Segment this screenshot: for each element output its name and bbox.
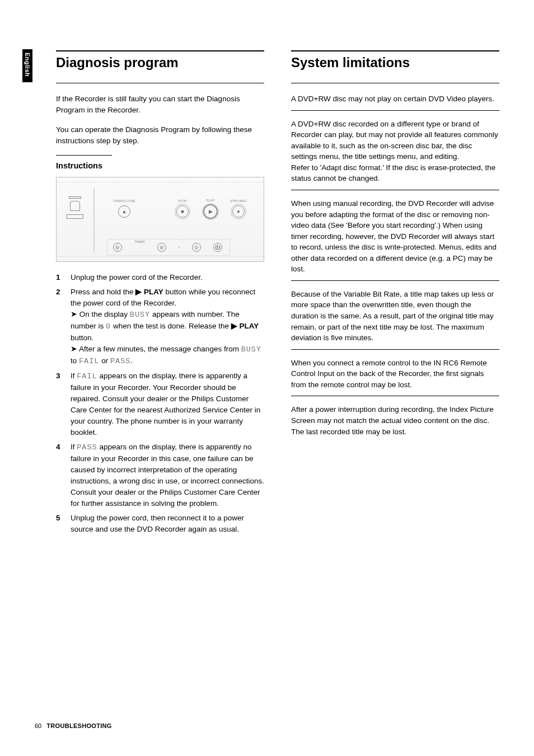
diag-intro-1: If the Recorder is still faulty you can … <box>56 93 264 115</box>
syslim-p4: Because of the Variable Bit Rate, a titl… <box>291 289 499 350</box>
heading-underline <box>56 83 264 83</box>
play-button-icon: PLAY▶ <box>203 204 218 219</box>
step-1: 1Unplug the power cord of the Recorder. <box>56 272 264 283</box>
instructions-subheading: Instructions <box>56 161 264 170</box>
syslim-p1: A DVD+RW disc may not play on certain DV… <box>291 93 499 111</box>
diagnosis-heading: Diagnosis program <box>56 50 264 71</box>
pass-display: PASS <box>110 357 130 365</box>
open-close-button-icon: OPEN/CLOSE▲ <box>118 205 130 218</box>
misc-label: • <box>179 246 180 249</box>
arrow-icon: ➤ On the display <box>71 310 130 318</box>
stbyrec-button-icon: STBY•REC● <box>232 205 245 218</box>
page-number: 60 <box>35 722 41 729</box>
disc-tray-icon <box>63 196 88 219</box>
step-3: 3If FAIL appears on the display, there i… <box>56 370 264 438</box>
zero-display: 0 <box>106 322 111 331</box>
sub-rule <box>56 155 112 156</box>
timer-label: TIMER <box>134 240 145 243</box>
arrow-icon: ➤ After a few minutes, the message chang… <box>71 345 241 353</box>
syslim-p2: A DVD+RW disc recorded on a different ty… <box>291 119 499 190</box>
footer-section: TROUBLESHOOTING <box>46 722 111 729</box>
busy-display: BUSY <box>130 311 150 319</box>
step-5: 5Unplug the power cord, then reconnect i… <box>56 513 264 535</box>
skip-prev-icon: ⊝ <box>113 243 122 252</box>
aux-button-icon: ⊙ <box>192 243 201 252</box>
syslim-p5: When you connect a remote control to the… <box>291 358 499 397</box>
syslim-p3: When using manual recording, the DVD Rec… <box>291 198 499 281</box>
play-label: ▶ PLAY <box>135 288 163 296</box>
language-tab: English <box>22 49 32 82</box>
power-button-icon: ⏻ <box>213 243 222 252</box>
heading-underline-right <box>291 83 499 83</box>
syslim-p6: After a power interruption during record… <box>291 404 499 437</box>
fail-display: FAIL <box>79 357 99 365</box>
stop-button-icon: STOP■ <box>176 205 189 218</box>
diag-intro-2: You can operate the Diagnosis Program by… <box>56 124 264 146</box>
skip-next-icon: ⊝ <box>157 243 166 252</box>
instructions-list: 1Unplug the power cord of the Recorder. … <box>56 272 264 534</box>
syslim-heading: System limitations <box>291 50 499 71</box>
step-4: 4If PASS appears on the display, there i… <box>56 442 264 509</box>
recorder-device-diagram: OPEN/CLOSE▲ STOP■ PLAY▶ STBY•REC● ⊝ TIME… <box>56 177 264 262</box>
page-footer: 60 TROUBLESHOOTING <box>35 722 112 729</box>
step-2: 2 Press and hold the ▶ PLAY button while… <box>56 287 264 367</box>
